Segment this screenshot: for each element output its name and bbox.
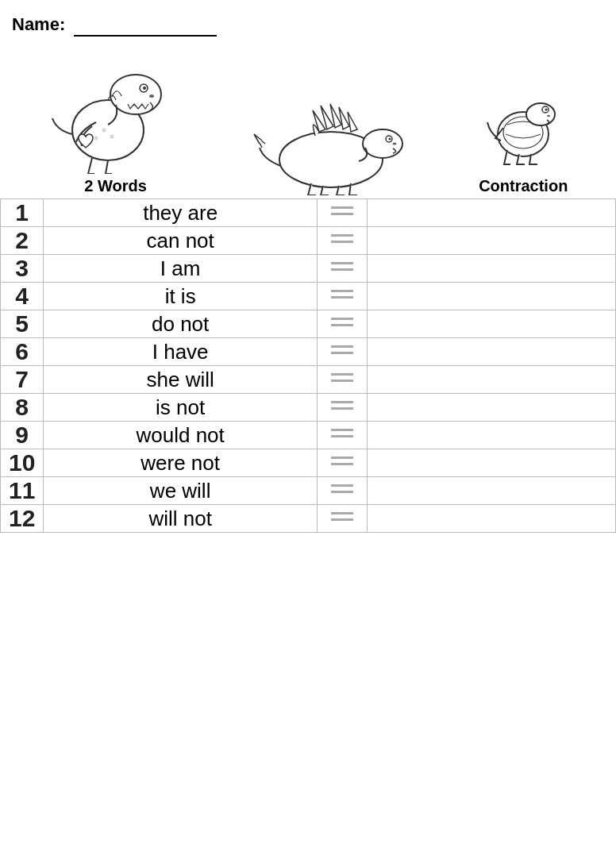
equals-icon [331, 260, 353, 274]
two-words-cell: she will [44, 366, 318, 394]
contraction-answer-cell[interactable] [367, 505, 615, 533]
row-number: 1 [1, 199, 44, 227]
row-number: 3 [1, 255, 44, 283]
equals-cell [317, 227, 367, 255]
contraction-answer-cell[interactable] [367, 477, 615, 505]
svg-point-11 [388, 138, 391, 141]
name-underline[interactable] [74, 14, 217, 37]
table-row: 2 can not [1, 227, 616, 255]
table-row: 10 were not [1, 449, 616, 477]
equals-icon [331, 343, 353, 357]
row-number: 4 [1, 283, 44, 310]
contraction-answer-cell[interactable] [367, 199, 615, 227]
table-row: 5 do not [1, 310, 616, 338]
row-number: 6 [1, 338, 44, 366]
table-row: 3 I am [1, 255, 616, 283]
svg-marker-17 [348, 112, 357, 132]
svg-point-12 [392, 143, 396, 145]
two-words-cell: will not [44, 505, 318, 533]
equals-cell [317, 505, 367, 533]
worksheet-page: Name: [0, 0, 616, 867]
two-words-cell: would not [44, 422, 318, 449]
equals-icon [331, 482, 353, 496]
contraction-answer-cell[interactable] [367, 394, 615, 422]
row-number: 11 [1, 477, 44, 505]
equals-cell [317, 366, 367, 394]
trex-icon [48, 51, 183, 174]
svg-marker-16 [339, 107, 349, 129]
row-number: 9 [1, 422, 44, 449]
table-row: 1 they are [1, 199, 616, 227]
equals-icon [331, 454, 353, 468]
two-words-cell: do not [44, 310, 318, 338]
two-words-cell: it is [44, 283, 318, 310]
contraction-label: Contraction [479, 177, 568, 195]
equals-cell [317, 283, 367, 310]
contraction-answer-cell[interactable] [367, 422, 615, 449]
stegosaurus-icon [248, 72, 414, 195]
contraction-answer-cell[interactable] [367, 227, 615, 255]
two-words-cell: I am [44, 255, 318, 283]
row-number: 2 [1, 227, 44, 255]
table-row: 8 is not [1, 394, 616, 422]
equals-cell [317, 422, 367, 449]
contraction-answer-cell[interactable] [367, 366, 615, 394]
row-number: 12 [1, 505, 44, 533]
row-number: 10 [1, 449, 44, 477]
table-row: 11 we will [1, 477, 616, 505]
svg-point-3 [143, 87, 146, 90]
equals-icon [331, 510, 353, 524]
small-dino-icon [483, 71, 563, 174]
two-words-cell: were not [44, 449, 318, 477]
two-words-cell: can not [44, 227, 318, 255]
svg-point-22 [545, 109, 548, 111]
svg-point-5 [102, 129, 106, 132]
svg-point-4 [149, 94, 154, 98]
equals-cell [317, 338, 367, 366]
equals-icon [331, 232, 353, 246]
name-label: Name: [12, 8, 217, 37]
equals-cell [317, 477, 367, 505]
header: Name: [0, 0, 616, 37]
dino-center [248, 72, 414, 195]
row-number: 7 [1, 366, 44, 394]
dino-left: 2 Words [48, 51, 183, 195]
svg-point-1 [110, 75, 161, 114]
worksheet-table: 1 they are 2 can not 3 I am 4 it is 5 do… [0, 198, 616, 533]
equals-cell [317, 199, 367, 227]
table-row: 12 will not [1, 505, 616, 533]
row-number: 8 [1, 394, 44, 422]
equals-cell [317, 310, 367, 338]
two-words-cell: they are [44, 199, 318, 227]
equals-cell [317, 255, 367, 283]
equals-icon [331, 426, 353, 441]
svg-point-6 [110, 135, 114, 138]
two-words-cell: is not [44, 394, 318, 422]
table-row: 4 it is [1, 283, 616, 310]
table-row: 7 she will [1, 366, 616, 394]
contraction-answer-cell[interactable] [367, 255, 615, 283]
contraction-answer-cell[interactable] [367, 310, 615, 338]
equals-icon [331, 371, 353, 385]
svg-point-20 [526, 103, 555, 125]
contraction-answer-cell[interactable] [367, 283, 615, 310]
contraction-answer-cell[interactable] [367, 449, 615, 477]
equals-icon [331, 315, 353, 329]
equals-icon [331, 204, 353, 218]
equals-icon [331, 287, 353, 302]
equals-icon [331, 399, 353, 413]
contraction-answer-cell[interactable] [367, 338, 615, 366]
row-number: 5 [1, 310, 44, 338]
table-row: 6 I have [1, 338, 616, 366]
dino-right: Contraction [479, 71, 568, 195]
table-row: 9 would not [1, 422, 616, 449]
equals-cell [317, 394, 367, 422]
svg-point-7 [94, 137, 98, 140]
two-words-label: 2 Words [84, 177, 147, 195]
two-words-cell: we will [44, 477, 318, 505]
dino-section: 2 Words [0, 37, 616, 195]
two-words-cell: I have [44, 338, 318, 366]
equals-cell [317, 449, 367, 477]
svg-point-23 [547, 115, 550, 117]
